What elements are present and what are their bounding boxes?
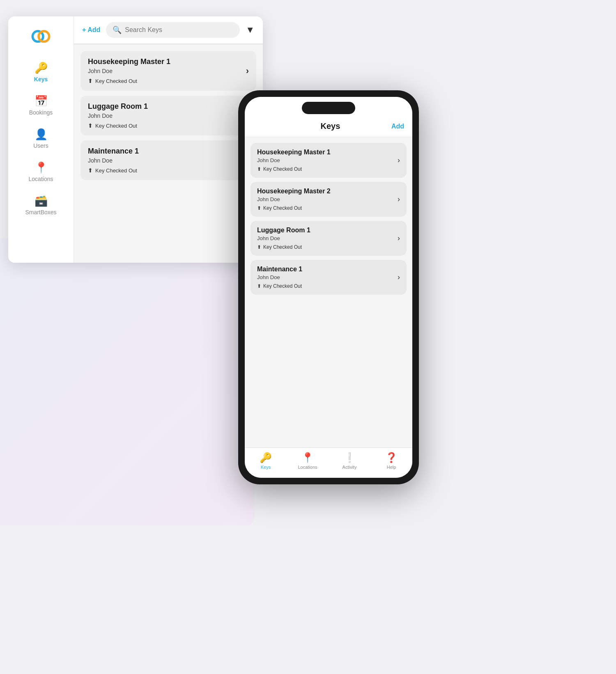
sidebar-item-label: Bookings: [29, 109, 53, 116]
phone-key-card-2-status: ⬆ Key Checked Out: [257, 205, 398, 211]
nav-help-icon: ❓: [385, 452, 398, 463]
phone-key-card-1-title: Housekeeping Master 1: [257, 149, 398, 156]
chevron-icon-1: ›: [246, 66, 249, 76]
nav-keys-icon: 🔑: [260, 452, 272, 463]
filter-icon[interactable]: ▼: [246, 25, 255, 35]
nav-help-label: Help: [387, 465, 396, 470]
sidebar-item-smartboxes[interactable]: 🗃️ SmartBoxes: [16, 190, 66, 220]
checkout-icon-1: ⬆: [88, 78, 93, 84]
phone-key-card-3-title: Luggage Room 1: [257, 227, 398, 234]
phone-frame: Keys Add Housekeeping Master 1 John Doe …: [238, 90, 419, 484]
key-card-3[interactable]: Maintenance 1 John Doe ⬆ Key Checked Out…: [80, 140, 256, 180]
key-card-1-status: ⬆ Key Checked Out: [88, 78, 246, 84]
key-card-1-user: John Doe: [88, 68, 246, 74]
checkout-icon-2: ⬆: [88, 122, 93, 129]
phone-key-card-2-title: Housekeeping Master 2: [257, 188, 398, 195]
desktop-key-list: Housekeeping Master 1 John Doe ⬆ Key Che…: [74, 44, 263, 263]
phone-chevron-4: ›: [398, 273, 400, 282]
phone-chevron-2: ›: [398, 195, 400, 204]
users-icon: 👤: [34, 128, 48, 141]
phone-key-card-2-user: John Doe: [257, 196, 398, 202]
key-card-3-info: Maintenance 1 John Doe ⬆ Key Checked Out: [88, 147, 246, 174]
phone-key-card-4-status: ⬆ Key Checked Out: [257, 283, 398, 289]
add-button[interactable]: + Add: [82, 26, 100, 34]
search-box: 🔍: [106, 22, 240, 38]
phone-key-card-3[interactable]: Luggage Room 1 John Doe ⬆ Key Checked Ou…: [251, 221, 407, 256]
phone-key-card-2-info: Housekeeping Master 2 John Doe ⬆ Key Che…: [257, 188, 398, 211]
nav-item-locations[interactable]: 📍 Locations: [287, 452, 329, 470]
key-card-1[interactable]: Housekeeping Master 1 John Doe ⬆ Key Che…: [80, 51, 256, 91]
smartboxes-icon: 🗃️: [34, 195, 48, 207]
key-card-2[interactable]: Luggage Room 1 John Doe ⬆ Key Checked Ou…: [80, 96, 256, 135]
phone-chevron-3: ›: [398, 234, 400, 243]
phone-screen: Keys Add Housekeeping Master 1 John Doe …: [245, 97, 412, 478]
phone-key-card-1-info: Housekeeping Master 1 John Doe ⬆ Key Che…: [257, 149, 398, 172]
phone-key-card-4-info: Maintenance 1 John Doe ⬆ Key Checked Out: [257, 266, 398, 289]
key-card-3-title: Maintenance 1: [88, 147, 246, 156]
bookings-icon: 📅: [34, 95, 48, 108]
phone-bottom-nav: 🔑 Keys 📍 Locations ❕ Activity ❓ Help: [245, 447, 412, 478]
sidebar-item-bookings[interactable]: 📅 Bookings: [16, 91, 66, 120]
key-card-1-status-text: Key Checked Out: [95, 78, 137, 84]
nav-locations-icon: 📍: [301, 452, 314, 463]
phone-checkout-icon-4: ⬆: [257, 283, 261, 289]
phone-chevron-1: ›: [398, 156, 400, 165]
phone-key-card-1[interactable]: Housekeeping Master 1 John Doe ⬆ Key Che…: [251, 143, 407, 178]
sidebar-item-keys[interactable]: 🔑 Keys: [16, 57, 66, 87]
location-icon: 📍: [34, 161, 48, 174]
phone-key-card-3-status: ⬆ Key Checked Out: [257, 244, 398, 250]
key-card-3-status-text: Key Checked Out: [95, 167, 137, 174]
sidebar: 🔑 Keys 📅 Bookings 👤 Users 📍 Locations 🗃️…: [8, 16, 74, 263]
key-card-3-user: John Doe: [88, 157, 246, 164]
key-card-1-info: Housekeeping Master 1 John Doe ⬆ Key Che…: [88, 57, 246, 84]
phone-key-card-2-status-text: Key Checked Out: [263, 205, 302, 211]
key-card-3-status: ⬆ Key Checked Out: [88, 167, 246, 174]
phone-key-card-1-status-text: Key Checked Out: [263, 166, 302, 172]
sidebar-item-label: Users: [33, 142, 48, 149]
app-logo: [29, 25, 53, 49]
sidebar-item-label: Locations: [29, 176, 53, 182]
sidebar-item-locations[interactable]: 📍 Locations: [16, 157, 66, 186]
phone-key-card-4-user: John Doe: [257, 274, 398, 280]
phone-checkout-icon-2: ⬆: [257, 205, 261, 211]
phone-title: Keys: [269, 122, 391, 131]
nav-item-activity[interactable]: ❕ Activity: [329, 452, 370, 470]
phone-notch: [302, 102, 355, 114]
nav-item-keys[interactable]: 🔑 Keys: [245, 452, 287, 470]
phone-key-card-1-status: ⬆ Key Checked Out: [257, 166, 398, 172]
nav-locations-label: Locations: [298, 465, 317, 470]
sidebar-item-users[interactable]: 👤 Users: [16, 124, 66, 153]
phone-wrapper: Keys Add Housekeeping Master 1 John Doe …: [238, 90, 419, 501]
phone-add-button[interactable]: Add: [391, 123, 404, 130]
key-card-2-status-text: Key Checked Out: [95, 123, 137, 129]
key-icon: 🔑: [34, 62, 48, 74]
toolbar: + Add 🔍 ▼: [74, 16, 263, 44]
phone-key-card-3-status-text: Key Checked Out: [263, 244, 302, 250]
desktop-app: 🔑 Keys 📅 Bookings 👤 Users 📍 Locations 🗃️…: [8, 16, 263, 263]
phone-key-card-4-title: Maintenance 1: [257, 266, 398, 273]
phone-key-card-4-status-text: Key Checked Out: [263, 283, 302, 289]
phone-key-card-2[interactable]: Housekeeping Master 2 John Doe ⬆ Key Che…: [251, 182, 407, 217]
main-content: + Add 🔍 ▼ Housekeeping Master 1 John Doe…: [74, 16, 263, 263]
nav-keys-label: Keys: [261, 465, 271, 470]
sidebar-item-label: SmartBoxes: [25, 209, 56, 215]
phone-checkout-icon-3: ⬆: [257, 244, 261, 250]
key-card-2-title: Luggage Room 1: [88, 102, 246, 111]
phone-checkout-icon-1: ⬆: [257, 166, 261, 172]
key-card-1-title: Housekeeping Master 1: [88, 57, 246, 66]
key-card-2-info: Luggage Room 1 John Doe ⬆ Key Checked Ou…: [88, 102, 246, 129]
phone-key-card-3-user: John Doe: [257, 235, 398, 241]
search-icon: 🔍: [113, 25, 122, 34]
search-input[interactable]: [125, 26, 233, 34]
phone-key-card-3-info: Luggage Room 1 John Doe ⬆ Key Checked Ou…: [257, 227, 398, 250]
sidebar-item-label: Keys: [34, 76, 48, 83]
nav-activity-label: Activity: [342, 465, 357, 470]
nav-activity-icon: ❕: [343, 452, 356, 463]
phone-key-list: Housekeeping Master 1 John Doe ⬆ Key Che…: [245, 137, 412, 447]
key-card-2-user: John Doe: [88, 112, 246, 119]
phone-key-card-1-user: John Doe: [257, 157, 398, 163]
phone-key-card-4[interactable]: Maintenance 1 John Doe ⬆ Key Checked Out…: [251, 260, 407, 295]
checkout-icon-3: ⬆: [88, 167, 93, 174]
nav-item-help[interactable]: ❓ Help: [370, 452, 412, 470]
key-card-2-status: ⬆ Key Checked Out: [88, 122, 246, 129]
